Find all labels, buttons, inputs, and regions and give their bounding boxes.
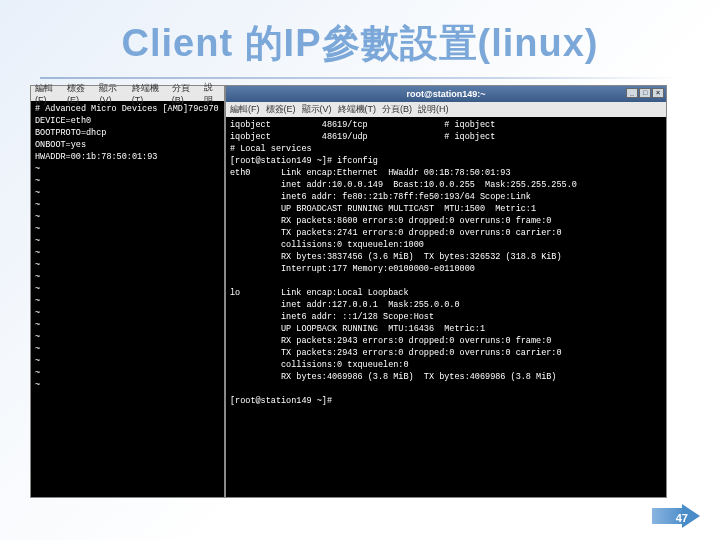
- slide-title: Client 的IP參數設置(linux): [0, 0, 720, 77]
- terminal-left-window: 編輯(F) 標簽(E) 顯示(V) 終端機(T) 分頁(B) 說明 # Adva…: [30, 85, 225, 498]
- page-number: 47: [676, 512, 688, 524]
- menu-file[interactable]: 編輯(F): [230, 103, 260, 116]
- menu-view[interactable]: 顯示(V): [302, 103, 332, 116]
- maximize-button[interactable]: □: [639, 88, 651, 98]
- menu-edit[interactable]: 標簽(E): [67, 82, 93, 105]
- menu-view[interactable]: 顯示(V): [99, 82, 125, 105]
- menu-tabs[interactable]: 分頁(B): [172, 82, 198, 105]
- menu-edit[interactable]: 標簽(E): [266, 103, 296, 116]
- menu-terminal[interactable]: 終端機(T): [132, 82, 166, 105]
- minimize-button[interactable]: _: [626, 88, 638, 98]
- titlebar-text: root@station149:~: [406, 89, 485, 99]
- terminal-left-menubar: 編輯(F) 標簽(E) 顯示(V) 終端機(T) 分頁(B) 說明: [31, 86, 224, 101]
- menu-tabs[interactable]: 分頁(B): [382, 103, 412, 116]
- title-underline: [40, 77, 680, 79]
- menu-file[interactable]: 編輯(F): [35, 82, 61, 105]
- terminal-right-titlebar: root@station149:~ _ □ ×: [226, 86, 666, 102]
- close-button[interactable]: ×: [652, 88, 664, 98]
- terminal-left-content[interactable]: # Advanced Micro Devices [AMD]79c970 DEV…: [31, 101, 224, 481]
- menu-terminal[interactable]: 終端機(T): [338, 103, 377, 116]
- terminal-right-content[interactable]: iqobject 48619/tcp # iqobject iqobject 4…: [226, 117, 666, 497]
- terminal-right-menubar: 編輯(F) 標簽(E) 顯示(V) 終端機(T) 分頁(B) 說明(H): [226, 102, 666, 117]
- terminal-container: 編輯(F) 標簽(E) 顯示(V) 終端機(T) 分頁(B) 說明 # Adva…: [30, 85, 690, 498]
- window-controls: _ □ ×: [626, 88, 664, 98]
- footer-arrow-icon: [640, 504, 700, 528]
- terminal-right-window: root@station149:~ _ □ × 編輯(F) 標簽(E) 顯示(V…: [225, 85, 667, 498]
- menu-help[interactable]: 說明(H): [418, 103, 449, 116]
